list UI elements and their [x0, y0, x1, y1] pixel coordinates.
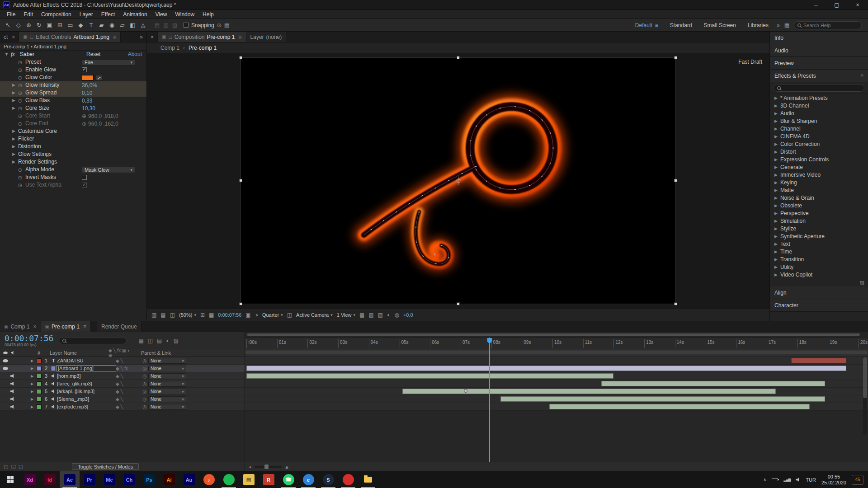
- layer-twirl-icon[interactable]: ▶: [29, 389, 35, 394]
- taskbar-icon-file-explorer[interactable]: [358, 471, 378, 488]
- roto-brush-tool[interactable]: ◧: [127, 20, 138, 31]
- project-tab-partial[interactable]: ct×: [0, 32, 19, 42]
- layer-label-color[interactable]: [37, 374, 42, 379]
- twirl-icon[interactable]: ▶: [774, 119, 778, 123]
- taskbar-icon-au[interactable]: Au: [179, 471, 199, 488]
- effects-category[interactable]: ▶ * Animation Presets: [770, 94, 868, 102]
- twirl-icon[interactable]: ▶: [774, 180, 778, 185]
- param-row-glow-spread[interactable]: ▶ ◷ Glow Spread 0,10: [0, 89, 146, 97]
- pan-behind-tool[interactable]: ⊞: [55, 20, 65, 31]
- workspace-small-screen[interactable]: Small Screen: [704, 22, 736, 28]
- timeline-search-field[interactable]: [59, 337, 127, 344]
- shape-tool[interactable]: ▭: [65, 20, 75, 31]
- close-tab-icon[interactable]: ×: [33, 324, 36, 330]
- clone-stamp-tool[interactable]: ◉: [107, 20, 117, 31]
- twirl-icon[interactable]: ▶: [774, 103, 778, 108]
- effects-search-field[interactable]: [774, 84, 864, 92]
- effects-category[interactable]: ▶ Generate: [770, 163, 868, 171]
- cti-line[interactable]: [489, 338, 490, 462]
- layer-track[interactable]: [245, 380, 868, 388]
- twirl-icon[interactable]: ▶: [774, 165, 778, 169]
- layer-track[interactable]: [245, 372, 868, 380]
- volume-icon[interactable]: [796, 478, 800, 482]
- twirl-icon[interactable]: ▶: [774, 234, 778, 239]
- selection-handle[interactable]: [239, 302, 242, 305]
- twirl-icon[interactable]: ▶: [774, 96, 778, 100]
- layer-switches[interactable]: ◆ ╲: [116, 358, 141, 363]
- workspace-standard[interactable]: Standard: [670, 22, 692, 28]
- twirl-icon[interactable]: ▶: [12, 135, 15, 143]
- search-help-field[interactable]: [794, 21, 862, 29]
- group-row-flicker[interactable]: ▶ Flicker: [0, 135, 146, 143]
- layer-name[interactable]: [fareç_ğlik.mp3]: [57, 381, 116, 386]
- effects-category[interactable]: ▶ Simulation: [770, 217, 868, 225]
- layer-name[interactable]: [Sienna_.mp3]: [57, 396, 116, 402]
- effects-category[interactable]: ▶ Perspective: [770, 209, 868, 217]
- timeline-layer-row[interactable]: ▶ 4 [fareç_ğlik.mp3] ◆ ╲ ◎ None▾: [0, 380, 245, 388]
- effect-name[interactable]: Saber: [20, 51, 34, 58]
- effects-category[interactable]: ▶ Immersive Video: [770, 171, 868, 178]
- layer-label-color[interactable]: [37, 381, 42, 386]
- twirl-open-icon[interactable]: ▼: [5, 51, 9, 58]
- stopwatch-icon[interactable]: ◷: [18, 74, 22, 81]
- audio-speaker-icon[interactable]: [10, 397, 15, 401]
- invert-masks-checkbox[interactable]: [82, 175, 87, 180]
- panel-menu-icon[interactable]: ≡: [113, 34, 116, 40]
- mask-visibility-icon[interactable]: ▧: [378, 312, 383, 318]
- layer-duration-bar[interactable]: [601, 381, 825, 386]
- monitor-icon[interactable]: ▤: [160, 312, 165, 318]
- selection-handle[interactable]: [674, 179, 677, 182]
- twirl-icon[interactable]: ▶: [12, 127, 15, 135]
- selection-handle[interactable]: [239, 56, 242, 59]
- tab-layer[interactable]: Layer (none): [246, 32, 287, 42]
- anchor-point-icon[interactable]: [456, 179, 460, 183]
- group-row-distortion[interactable]: ▶ Distortion: [0, 143, 146, 150]
- pickwhip-icon[interactable]: ◎: [141, 404, 148, 410]
- zoom-in-icon[interactable]: ▲: [284, 464, 289, 469]
- taskbar-icon-id[interactable]: Id: [40, 471, 60, 488]
- start-button[interactable]: [0, 471, 20, 488]
- reset-link[interactable]: Reset: [86, 51, 100, 58]
- param-value[interactable]: 0,33: [82, 98, 92, 104]
- taskbar-icon-pr[interactable]: Pr: [80, 471, 99, 488]
- effects-category[interactable]: ▶ Noise & Grain: [770, 194, 868, 202]
- panel-menu-icon[interactable]: ≡: [860, 73, 863, 79]
- selection-handle[interactable]: [239, 179, 242, 182]
- workspace-grid-icon[interactable]: ▦: [784, 22, 789, 28]
- param-row-enable-glow[interactable]: ◷ Enable Glow: [0, 66, 146, 74]
- parent-dropdown[interactable]: None▾: [148, 396, 186, 402]
- twirl-icon[interactable]: ▶: [12, 81, 15, 89]
- zoom-tool[interactable]: ⊕: [24, 20, 34, 31]
- timeline-view-icons[interactable]: ▦◫▤◐▨: [138, 338, 179, 344]
- layer-twirl-icon[interactable]: ▶: [29, 366, 35, 371]
- tray-chevron-icon[interactable]: ∧: [763, 477, 766, 482]
- layer-twirl-icon[interactable]: ▶: [29, 382, 35, 386]
- stopwatch-icon[interactable]: ◷: [18, 66, 22, 74]
- orbit-tool[interactable]: ↻: [34, 20, 44, 31]
- effects-category[interactable]: ▶ Color Correction: [770, 140, 868, 148]
- effects-category[interactable]: ▶ Utility: [770, 263, 868, 271]
- layer-marker[interactable]: [464, 389, 467, 393]
- twirl-icon[interactable]: ▶: [774, 173, 778, 177]
- layer-duration-bar[interactable]: [791, 358, 846, 363]
- pixel-aspect-icon[interactable]: ▩: [359, 312, 364, 318]
- parent-dropdown[interactable]: None▾: [148, 358, 186, 364]
- taskbar-icon-browser[interactable]: e: [298, 471, 318, 488]
- close-tab-icon[interactable]: ×: [12, 34, 15, 40]
- type-tool[interactable]: T: [86, 20, 96, 31]
- param-value[interactable]: 10,30: [82, 105, 95, 112]
- audio-speaker-icon[interactable]: [10, 405, 15, 409]
- timeline-mini-toggle-icons[interactable]: ◰◱◲: [4, 464, 23, 469]
- effects-category[interactable]: ▶ Matte: [770, 186, 868, 194]
- brush-tool[interactable]: ▰: [96, 20, 107, 31]
- selection-handle[interactable]: [674, 302, 677, 305]
- panel-corner-icon[interactable]: ▨: [770, 278, 868, 286]
- layer-twirl-icon[interactable]: ▶: [29, 405, 35, 409]
- taskbar-icon-ai[interactable]: Ai: [159, 471, 179, 488]
- workspace-overflow-icon[interactable]: »: [777, 22, 780, 28]
- layer-switches[interactable]: ◆ ╲: [116, 374, 141, 379]
- twirl-icon[interactable]: ▶: [774, 242, 778, 246]
- selection-handle[interactable]: [457, 56, 460, 59]
- layer-switches[interactable]: ◆ ╲ fx: [116, 366, 141, 371]
- taskbar-icon-spotify[interactable]: [219, 471, 239, 488]
